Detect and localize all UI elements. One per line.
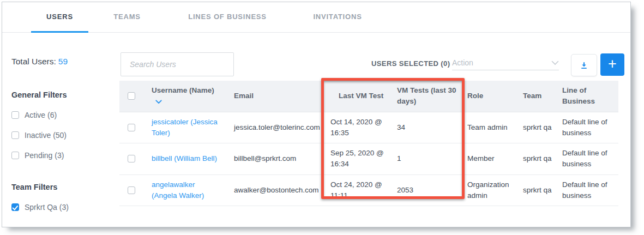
row-select-cell [119, 155, 143, 162]
table-header-row: Username (Name) Email Last VM Test VM Te… [119, 81, 618, 112]
checkbox-inactive[interactable] [11, 131, 19, 139]
action-dropdown[interactable]: Action [452, 56, 559, 70]
line-of-business-cell: Default line of business [559, 175, 618, 206]
tab-teams[interactable]: TEAMS [111, 2, 143, 32]
vm-tests-30d-cell: 1 [392, 149, 463, 168]
filter-inactive[interactable]: Inactive (50) [11, 131, 118, 140]
download-button[interactable] [571, 54, 597, 76]
app-window: USERS TEAMS LINES OF BUSINESS INVITATION… [2, 2, 631, 227]
email-cell: billbell@sprkrt.com [225, 149, 322, 168]
tab-bar: USERS TEAMS LINES OF BUSINESS INVITATION… [2, 2, 630, 33]
chevron-down-icon [551, 61, 559, 65]
email-cell: jessica.toler@tolerinc.com [225, 118, 322, 137]
row-checkbox[interactable] [128, 186, 135, 194]
checkbox-sprkrt-qa[interactable] [11, 203, 19, 211]
tab-users[interactable]: USERS [31, 2, 88, 32]
row-checkbox[interactable] [128, 124, 135, 131]
last-vm-test-cell: Sep 25, 2020 @ 16:34 [322, 143, 392, 174]
users-selected-label: USERS SELECTED (0) [371, 59, 450, 68]
filter-inactive-label: Inactive (50) [25, 131, 67, 140]
total-users-label: Total Users: [11, 57, 56, 66]
select-all-checkbox[interactable] [128, 92, 135, 100]
username-cell: jessicatoler (Jessica Toler) [143, 112, 225, 143]
column-header-line-of-business[interactable]: Line of Business [559, 81, 618, 112]
column-header-role[interactable]: Role [463, 86, 520, 106]
last-vm-test-cell: Oct 14, 2020 @ 16:35 [322, 112, 392, 143]
general-filters-title: General Filters [11, 91, 118, 99]
filter-sprkrt-qa-label: Sprkrt Qa (3) [25, 203, 69, 212]
line-of-business-cell: Default line of business [559, 143, 618, 174]
filter-pending-label: Pending (3) [25, 151, 64, 160]
total-users-value: 59 [58, 57, 68, 66]
action-dropdown-placeholder: Action [452, 58, 473, 67]
row-select-cell [119, 124, 143, 131]
tab-lines-of-business[interactable]: LINES OF BUSINESS [186, 2, 268, 32]
search-box [121, 52, 234, 76]
column-header-team[interactable]: Team [520, 86, 559, 106]
row-checkbox[interactable] [128, 155, 135, 162]
column-header-email[interactable]: Email [225, 86, 322, 106]
total-users: Total Users:59 [11, 57, 118, 67]
select-all-cell [119, 92, 143, 100]
team-filters-title: Team Filters [11, 183, 118, 191]
table-row: angelawalker (Angela Walker) awalker@bos… [119, 175, 618, 207]
role-cell: Organization admin [463, 175, 520, 206]
column-header-username-label: Username (Name) [152, 86, 214, 94]
sort-chevron-down-icon[interactable] [155, 100, 162, 104]
role-cell: Team admin [463, 118, 520, 137]
checkbox-pending[interactable] [11, 152, 19, 159]
table-row: jessicatoler (Jessica Toler) jessica.tol… [119, 112, 618, 144]
team-cell: sprkrt qa [520, 149, 559, 168]
download-icon [580, 61, 588, 70]
search-input[interactable] [121, 53, 233, 76]
email-cell: awalker@bostontech.com [225, 180, 322, 200]
table-row: billbell (William Bell) billbell@sprkrt.… [119, 143, 618, 175]
filter-active-label: Active (6) [25, 111, 57, 119]
column-header-vm-tests-30d[interactable]: VM Tests (last 30 days) [392, 81, 463, 112]
vm-tests-30d-cell: 2053 [392, 180, 463, 200]
line-of-business-cell: Default line of business [559, 112, 618, 143]
username-link[interactable]: jessicatoler (Jessica Toler) [152, 118, 218, 137]
username-link[interactable]: billbell (William Bell) [152, 154, 217, 162]
row-select-cell [119, 186, 143, 194]
checkbox-active[interactable] [11, 111, 19, 119]
username-cell: angelawalker (Angela Walker) [143, 175, 225, 206]
column-header-username[interactable]: Username (Name) [143, 81, 225, 112]
users-table: Username (Name) Email Last VM Test VM Te… [119, 81, 618, 206]
column-header-last-vm-test[interactable]: Last VM Test [322, 86, 392, 106]
filter-pending[interactable]: Pending (3) [11, 151, 118, 160]
filter-active[interactable]: Active (6) [11, 111, 118, 119]
filter-sprkrt-qa[interactable]: Sprkrt Qa (3) [11, 203, 118, 212]
filters-sidebar: Total Users:59 General Filters Active (6… [11, 50, 118, 212]
add-user-button[interactable]: + [600, 53, 624, 76]
username-link[interactable]: angelawalker (Angela Walker) [152, 180, 204, 200]
tab-invitations[interactable]: INVITATIONS [311, 2, 364, 32]
user-management-page: USERS TEAMS LINES OF BUSINESS INVITATION… [0, 0, 644, 235]
plus-icon: + [608, 57, 617, 71]
role-cell: Member [463, 149, 520, 168]
username-cell: billbell (William Bell) [143, 149, 225, 168]
team-cell: sprkrt qa [520, 118, 559, 137]
last-vm-test-cell: Oct 24, 2020 @ 11:11 [322, 175, 392, 206]
team-cell: sprkrt qa [520, 180, 559, 200]
vm-tests-30d-cell: 34 [392, 118, 463, 137]
